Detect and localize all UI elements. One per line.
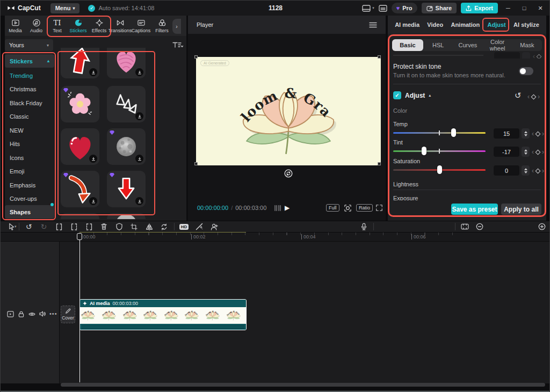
minimize-button[interactable]: ─ [502,5,514,11]
subtab-hsl[interactable]: HSL [423,42,453,48]
tab-transitions[interactable]: Transitions [110,18,131,33]
microphone-icon[interactable] [356,223,371,230]
timeline-clip-ai-media[interactable]: AI media 00:00:03:00 [79,299,247,330]
menu-button[interactable]: Menu▾ [50,3,80,13]
selection-handle[interactable] [194,162,198,165]
timeline-ruler[interactable]: 00:00 00:02 00:04 00:06 [1,233,550,242]
frame-grid-icon[interactable] [274,205,281,211]
chevron-down-icon[interactable]: ▾ [15,224,17,229]
tint-keyframe-controls[interactable]: ‹› [532,148,544,156]
temp-slider[interactable] [393,132,486,134]
adjust-checkbox[interactable]: ✓ [393,91,401,99]
subtab-color-wheel[interactable]: Color wheel [483,39,512,52]
delete-left-icon[interactable] [67,223,82,230]
focus-zoom-icon[interactable] [344,204,352,212]
hide-track-icon[interactable] [28,311,35,317]
preview-canvas[interactable]: AI Generated [196,57,381,165]
mask-shield-icon[interactable] [112,223,127,230]
zoom-in-icon[interactable] [534,223,549,230]
more-track-options-icon[interactable]: ••• [49,310,57,317]
sticker-pink-scribble-heart[interactable] [107,48,146,78]
undo-icon[interactable]: ↺ [21,222,37,231]
sticker-pink-flower[interactable] [61,86,99,122]
save-preset-button[interactable]: Save as preset [451,204,498,215]
keyframe-controls[interactable]: ‹› [527,93,540,100]
sidebar-item-emphasis[interactable]: Emphasis [5,178,54,192]
saturation-slider[interactable] [393,169,486,171]
cover-button[interactable]: Cover [61,306,75,323]
sidebar-item-classic[interactable]: Classic [5,110,54,123]
subtab-basic[interactable]: Basic [392,39,423,51]
sidebar-item-new[interactable]: NEW [5,124,54,137]
temp-stepper[interactable] [522,128,530,139]
selection-handle[interactable] [378,162,381,165]
protect-skin-tone-toggle[interactable] [519,67,533,75]
sidebar-group-stickers[interactable]: Stickers ▴ [5,54,54,68]
sort-filter-icon[interactable] [172,41,183,49]
reset-icon[interactable]: ↺ [515,91,522,99]
saturation-value[interactable]: 0 [494,165,519,176]
sticker-textured-moon[interactable] [107,128,146,165]
delete-icon[interactable] [97,223,112,230]
crop-icon[interactable] [127,223,142,230]
tab-stickers[interactable]: Stickers [68,18,89,33]
sticker-glossy-red-heart[interactable] [61,128,99,165]
main-track-icon[interactable] [7,311,14,317]
sticker-tile-partial[interactable] [61,213,99,219]
sidebar-item-christmas[interactable]: Christmas [5,82,54,96]
tab-video[interactable]: Video [427,21,443,28]
sidebar-item-cover-ups[interactable]: Cover-ups [5,192,54,205]
download-icon[interactable] [89,68,97,76]
sidebar-item-black-friday[interactable]: Black Friday [5,96,54,110]
sticker-red-arrow-up[interactable] [61,48,99,78]
expand-fullscreen-icon[interactable] [375,204,383,212]
tint-slider[interactable] [393,150,486,152]
sidebar-item-shapes[interactable]: Shapes [5,205,54,219]
tab-text[interactable]: TI Text [47,18,68,33]
sticker-tile-partial[interactable] [107,213,146,219]
playhead-handle[interactable] [77,233,82,240]
preview-axis-icon[interactable] [457,223,472,230]
zoom-out-icon[interactable] [472,223,487,230]
sidebar-item-hits[interactable]: Hits [5,137,54,150]
layout-panels-icon[interactable] [362,5,371,12]
replace-rotate-icon[interactable] [157,223,172,230]
tint-value[interactable]: -17 [494,147,519,157]
horizontal-scrollbar[interactable] [61,383,545,387]
play-button[interactable]: ▶ [285,204,290,212]
split-icon[interactable] [52,223,67,230]
tab-animation[interactable]: Animation [451,21,480,28]
download-icon[interactable] [135,112,143,120]
download-icon[interactable] [135,197,143,205]
download-icon[interactable] [135,68,143,76]
collapse-icon[interactable]: ▴ [429,93,431,98]
hamburger-menu-icon[interactable] [369,22,377,28]
hd-badge[interactable]: HD [177,224,192,230]
saturation-slider-thumb[interactable] [437,165,442,174]
magic-wand-icon[interactable] [192,223,207,230]
tab-captions[interactable]: Captions [131,18,151,33]
redo-icon[interactable]: ↻ [37,222,52,231]
pro-button[interactable]: ♥ Pro [392,3,417,13]
ratio-badge[interactable]: Ratio [356,204,373,212]
mirror-flip-icon[interactable] [142,223,157,230]
tab-ai-stylize[interactable]: AI stylize [513,21,539,28]
saturation-stepper[interactable] [522,165,530,176]
sidebar-item-emoji[interactable]: Emoji [5,164,54,178]
download-icon[interactable] [89,197,97,205]
temp-keyframe-controls[interactable]: ‹› [532,130,544,137]
sticker-red-arrow-down[interactable] [107,171,146,207]
sticker-white-petal-outlines[interactable] [107,86,146,122]
mute-track-icon[interactable] [39,311,46,317]
playhead-line[interactable] [79,240,81,382]
tab-adjust[interactable]: Adjust [488,21,506,28]
sticker-curved-red-arrow[interactable] [61,171,99,207]
tint-slider-thumb[interactable] [422,147,426,155]
delete-right-icon[interactable] [82,223,97,230]
loop-rotate-icon[interactable] [284,169,293,178]
tint-stepper[interactable] [522,147,530,157]
subtab-curves[interactable]: Curves [453,42,482,48]
selection-handle[interactable] [378,55,381,59]
source-select[interactable]: Yours ▾ [5,39,53,51]
more-tabs-button[interactable]: › [172,19,181,34]
